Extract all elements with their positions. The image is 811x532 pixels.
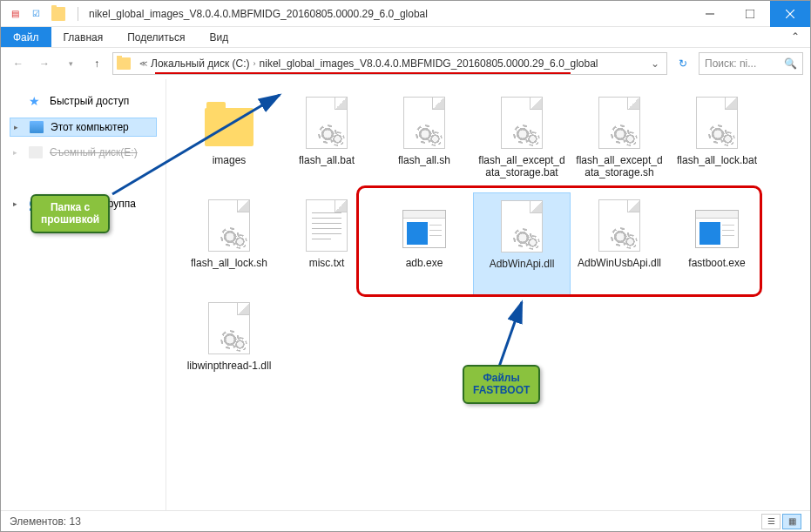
file-label: flash_all_lock.sh [187, 257, 271, 269]
statusbar: Элементов: 13 ☰ ▦ [1, 510, 810, 531]
nav-recent-button[interactable]: ▾ [60, 53, 81, 74]
refresh-button[interactable]: ↻ [672, 53, 693, 74]
view-details-button[interactable]: ☰ [761, 514, 781, 529]
tab-view[interactable]: Вид [197, 27, 240, 47]
dll-file-icon [201, 300, 257, 356]
qat-prop-icon[interactable]: ▤ [8, 7, 22, 21]
svg-line-5 [499, 302, 522, 367]
folder-icon [51, 7, 65, 21]
annotation-line1: Файлы [473, 372, 530, 384]
chevron-right-icon[interactable]: › [250, 59, 260, 68]
qat-check-icon[interactable]: ☑ [29, 7, 43, 21]
svg-rect-1 [746, 10, 754, 18]
quick-access-toolbar: ▤ ☑ [8, 7, 43, 21]
titlebar: ▤ ☑ nikel_global_images_V8.0.4.0.MBFMIDG… [1, 1, 810, 27]
disk-icon [29, 146, 43, 158]
tab-file[interactable]: Файл [1, 27, 51, 47]
file-flash-all-sh[interactable]: flash_all.sh [375, 90, 473, 192]
separator [78, 7, 78, 21]
status-item-count: Элементов: 13 [10, 515, 81, 528]
annotation-fastboot-files: Файлы FASTBOOT [463, 365, 540, 404]
minimize-button[interactable] [690, 1, 730, 27]
search-input[interactable]: Поиск: ni... 🔍 [699, 52, 803, 75]
address-folder-icon [117, 57, 131, 70]
ribbon-collapse-icon[interactable]: ⌃ [781, 27, 810, 47]
svg-line-4 [112, 95, 280, 194]
txt-file-icon [299, 198, 355, 253]
annotation-underline [155, 72, 571, 74]
annotation-line2: FASTBOOT [473, 384, 530, 396]
annotation-arrow-1 [97, 88, 297, 201]
tab-home[interactable]: Главная [51, 27, 116, 47]
search-icon: 🔍 [784, 57, 797, 70]
tab-share[interactable]: Поделиться [115, 27, 197, 47]
bat-file-icon [299, 95, 355, 151]
nav-back-button[interactable]: ← [8, 53, 29, 74]
file-flash-all-except-bat[interactable]: flash_all_except_data_storage.bat [473, 90, 571, 192]
address-bar[interactable]: ≪ Локальный диск (C:) › nikel_global_ima… [112, 52, 667, 75]
address-dropdown-icon[interactable]: ⌄ [647, 57, 663, 70]
file-label: flash_all.sh [395, 154, 454, 166]
file-flash-all-except-sh[interactable]: flash_all_except_data_storage.sh [571, 90, 668, 192]
breadcrumb-drive[interactable]: Локальный диск (C:) [151, 57, 250, 70]
search-placeholder: Поиск: ni... [705, 57, 756, 70]
star-icon: ★ [29, 94, 43, 108]
bat-file-icon [689, 95, 745, 151]
nav-forward-button[interactable]: → [34, 53, 55, 74]
pc-icon [30, 121, 44, 133]
annotation-firmware-folder: Папка с прошивкой [30, 194, 110, 233]
sh-file-icon [591, 95, 647, 151]
sh-file-icon [396, 95, 452, 151]
file-libwinpthread-dll[interactable]: libwinpthread-1.dll [180, 295, 278, 398]
file-label: flash_all_lock.bat [673, 154, 760, 166]
annotation-line2: прошивкой [41, 213, 99, 226]
chevron-icon: ▸ [13, 199, 22, 208]
bat-file-icon [494, 95, 550, 151]
maximize-button[interactable] [730, 1, 770, 27]
close-button[interactable] [770, 1, 810, 27]
file-label: flash_all_except_data_storage.bat [473, 154, 571, 179]
annotation-red-frame [356, 185, 762, 297]
file-flash-all-lock-sh[interactable]: flash_all_lock.sh [180, 192, 278, 295]
sh-file-icon [201, 198, 257, 253]
file-label: libwinpthread-1.dll [184, 360, 275, 372]
window-controls [690, 1, 810, 27]
ribbon-tabs: Файл Главная Поделиться Вид ⌃ [1, 27, 810, 48]
view-icons-button[interactable]: ▦ [782, 514, 801, 529]
view-mode-toggle: ☰ ▦ [761, 514, 801, 529]
file-label: flash_all.bat [295, 154, 358, 166]
file-flash-all-lock-bat[interactable]: flash_all_lock.bat [668, 90, 766, 192]
chevron-icon: ▸ [14, 123, 23, 131]
file-label: misc.txt [306, 257, 348, 269]
chevron-icon: ▸ [13, 148, 22, 157]
breadcrumb-folder[interactable]: nikel_global_images_V8.0.4.0.MBFMIDG_201… [260, 57, 598, 70]
annotation-line1: Папка с [41, 201, 99, 213]
file-label: flash_all_except_data_storage.sh [571, 154, 668, 179]
nav-up-button[interactable]: ↑ [86, 53, 107, 74]
annotation-arrow-2 [489, 297, 541, 370]
chevron-icon[interactable]: ≪ [136, 59, 151, 68]
window-title: nikel_global_images_V8.0.4.0.MBFMIDG_201… [89, 8, 428, 20]
address-row: ← → ▾ ↑ ≪ Локальный диск (C:) › nikel_gl… [1, 48, 810, 79]
